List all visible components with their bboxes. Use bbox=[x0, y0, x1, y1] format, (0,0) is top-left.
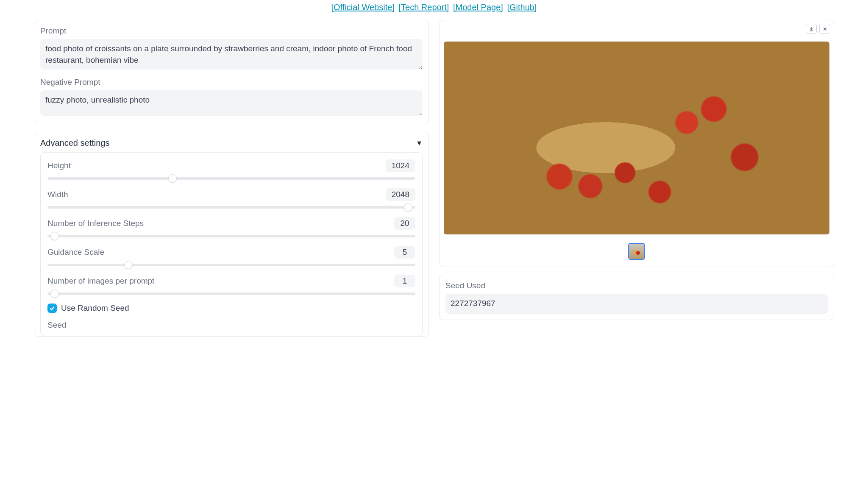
seed-used-card: Seed Used 2272737967 bbox=[439, 275, 834, 320]
link-official-website[interactable]: [Official Website] bbox=[331, 3, 395, 12]
output-thumbnails bbox=[440, 234, 834, 267]
image-toolbar bbox=[806, 24, 830, 34]
height-value[interactable]: 1024 bbox=[386, 159, 415, 172]
chevron-down-icon: ▼ bbox=[416, 139, 423, 147]
output-image[interactable] bbox=[444, 42, 829, 234]
height-slider[interactable] bbox=[47, 177, 415, 180]
num-images-value[interactable]: 1 bbox=[394, 275, 415, 287]
width-slider[interactable] bbox=[47, 206, 415, 209]
download-icon bbox=[809, 26, 814, 32]
width-label: Width bbox=[47, 190, 68, 199]
height-slider-row: Height 1024 bbox=[47, 159, 415, 180]
steps-slider[interactable] bbox=[47, 235, 415, 237]
width-slider-thumb[interactable] bbox=[404, 203, 412, 212]
left-column: Prompt Negative Prompt Advanced settings… bbox=[34, 20, 429, 344]
check-icon bbox=[49, 305, 55, 311]
seed-row: Seed bbox=[47, 320, 415, 330]
steps-label: Number of Inference Steps bbox=[47, 219, 144, 228]
num-images-label: Number of images per prompt bbox=[47, 276, 154, 286]
guidance-slider-thumb[interactable] bbox=[124, 261, 133, 269]
prompt-input[interactable] bbox=[40, 39, 423, 70]
steps-slider-thumb[interactable] bbox=[50, 232, 59, 240]
guidance-slider[interactable] bbox=[47, 264, 415, 266]
random-seed-checkbox[interactable] bbox=[47, 304, 57, 313]
header-links: [Official Website] [Tech Report] [Model … bbox=[0, 0, 868, 20]
guidance-label: Guidance Scale bbox=[47, 248, 104, 257]
num-images-slider-row: Number of images per prompt 1 bbox=[47, 275, 415, 295]
right-column: Seed Used 2272737967 bbox=[439, 20, 834, 328]
seed-used-label: Seed Used bbox=[445, 281, 828, 290]
num-images-slider-thumb[interactable] bbox=[50, 290, 59, 298]
link-github[interactable]: [Github] bbox=[507, 3, 537, 12]
output-thumbnail-1[interactable] bbox=[628, 243, 645, 260]
width-value[interactable]: 2048 bbox=[386, 188, 415, 201]
negative-prompt-input[interactable] bbox=[40, 90, 423, 116]
seed-label: Seed bbox=[47, 320, 66, 329]
random-seed-label: Use Random Seed bbox=[61, 304, 129, 313]
advanced-settings-card: Advanced settings ▼ Height 1024 bbox=[34, 132, 429, 337]
height-slider-thumb[interactable] bbox=[168, 174, 177, 183]
close-icon bbox=[822, 26, 828, 32]
output-image-card bbox=[439, 20, 834, 267]
num-images-slider[interactable] bbox=[47, 292, 415, 295]
guidance-value[interactable]: 5 bbox=[394, 246, 415, 259]
seed-used-value[interactable]: 2272737967 bbox=[445, 294, 828, 314]
link-model-page[interactable]: [Model Page] bbox=[453, 3, 503, 12]
steps-value[interactable]: 20 bbox=[394, 217, 415, 230]
steps-slider-row: Number of Inference Steps 20 bbox=[47, 217, 415, 237]
advanced-settings-title: Advanced settings bbox=[40, 138, 109, 148]
prompt-label: Prompt bbox=[40, 26, 423, 36]
close-button[interactable] bbox=[819, 24, 830, 34]
main-layout: Prompt Negative Prompt Advanced settings… bbox=[0, 20, 868, 353]
height-label: Height bbox=[47, 161, 71, 170]
negative-prompt-label: Negative Prompt bbox=[40, 78, 423, 87]
advanced-settings-toggle[interactable]: Advanced settings ▼ bbox=[40, 138, 423, 148]
guidance-slider-row: Guidance Scale 5 bbox=[47, 246, 415, 266]
advanced-settings-body: Height 1024 Width 2048 bbox=[40, 152, 423, 336]
prompt-card: Prompt Negative Prompt bbox=[34, 20, 429, 124]
width-slider-row: Width 2048 bbox=[47, 188, 415, 209]
random-seed-row: Use Random Seed bbox=[47, 304, 415, 313]
link-tech-report[interactable]: [Tech Report] bbox=[398, 3, 449, 12]
output-image-wrap bbox=[440, 20, 834, 234]
download-button[interactable] bbox=[806, 24, 817, 34]
